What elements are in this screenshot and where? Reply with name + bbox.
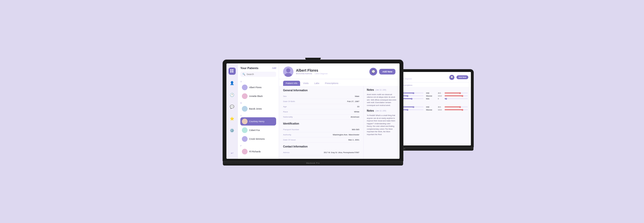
pro-avatar-fil (242, 149, 248, 154)
pro-contact-title: Contact Information (283, 145, 359, 148)
pro-content-panels: General Information Sex Male Date Of Bir… (279, 86, 400, 159)
pro-panel-add[interactable]: Add (272, 67, 276, 69)
pro-alpha-b: B (240, 102, 276, 104)
pro-note-title-1: Notes (367, 88, 374, 91)
pro-general-info-title: General Information (283, 89, 359, 92)
pro-app-ui: 👤 🕐 💬 ⭐ ⚙️ ↩ Your Patients Add (226, 63, 400, 159)
pro-patient-avatar-svg (283, 67, 293, 77)
back-lab-glucose-fill-2 (445, 109, 462, 110)
pro-notch (305, 58, 321, 60)
pro-note-text-1: Amet minim mollit non deserunt ullamco e… (367, 93, 396, 107)
pro-btn-msg[interactable]: 💬 (369, 68, 377, 76)
pro-tab-visits[interactable]: Visits (301, 81, 311, 86)
back-lab-calcium-bar-2 (400, 106, 423, 107)
pro-note-text-2: Yo Reddit! What's a small thing that any… (367, 114, 396, 136)
back-lab-imm-label: Imm. (426, 98, 436, 100)
back-lab-glucose-bar (445, 95, 468, 96)
pro-tab-prescriptions[interactable]: Prescriptions (322, 81, 341, 86)
back-lab-glucose-value-2: 113.2 (438, 109, 443, 111)
pro-tab-patient-info[interactable]: Patient Info (283, 81, 300, 86)
pro-tabs-bar: Patient Info Visits Labs Prescriptions (279, 79, 400, 86)
svg-rect-7 (232, 71, 233, 72)
pro-sidebar-icons: 👤 🕐 💬 ⭐ ⚙️ ↩ (226, 63, 238, 159)
pro-note-date-2: (Jan 12, 220) (376, 110, 386, 112)
pro-icon-clock[interactable]: 🕐 (228, 91, 236, 98)
back-lab-imm-bar (445, 98, 468, 99)
pro-patient-bacob[interactable]: Bacob Jones (240, 105, 276, 113)
pro-panel-header: Your Patients Add (240, 67, 276, 70)
svg-point-9 (285, 73, 292, 77)
pro-value-nationality: American (351, 116, 359, 118)
pro-search-icon: 🔍 (242, 73, 245, 76)
back-lab-col-right-2: CO2 26.5 (426, 106, 468, 112)
pro-avatar-albert (242, 85, 248, 90)
back-btn-add-new[interactable]: Add New (456, 75, 468, 79)
pro-label-address: Adress (283, 151, 290, 154)
pro-note-date-1: (Jan 12, 220) (376, 89, 386, 91)
pro-patient-name-fil: Fil Richards (249, 150, 261, 153)
pro-patient-albert[interactable]: Albert Flores (240, 83, 276, 92)
pro-row-address: Adress 3517 W. Gray St. Utica, Pennsylva… (283, 150, 359, 155)
pro-value-doi: Mar 2, 2001 (348, 139, 359, 141)
pro-diagnosis-text: Bronchial Asthma (296, 72, 312, 75)
pro-row-nationality: Nationality American (283, 114, 359, 120)
pro-patient-header: Albert Flores Bronchial Asthma · Latest … (279, 63, 400, 79)
back-lab-glucose-dot-2 (462, 109, 463, 111)
laptop-pro: 👤 🕐 💬 ⭐ ⚙️ ↩ Your Patients Add (223, 58, 403, 166)
pro-icon-logout[interactable]: ↩ (228, 150, 236, 157)
back-lab-co2-dot (459, 92, 461, 94)
back-lab-row-imm: Imm. 0 (426, 98, 468, 100)
back-lab-calcium-dot-2 (413, 106, 414, 108)
pro-patient-courtney[interactable]: Courtney Henry (240, 117, 276, 126)
back-lab-imm-dot (445, 98, 447, 100)
pro-btn-add-new[interactable]: Add New (379, 69, 395, 75)
pro-icon-grid[interactable] (228, 68, 236, 75)
pro-patient-crook[interactable]: Crook Simmons (240, 135, 276, 143)
pro-patient-diagnosis: Bronchial Asthma · Latest Diagnose (296, 72, 328, 75)
pro-avatar-annette (242, 93, 248, 99)
pro-value-address: 3517 W. Gray St. Utica, Pennsylvania 578… (324, 152, 359, 153)
pro-label-nationality: Nationality (283, 116, 293, 118)
back-lab-calcium-bar (400, 93, 423, 93)
pro-info-panel: General Information Sex Male Date Of Bir… (279, 86, 363, 159)
back-lab-co2-value-2: 26.5 (438, 106, 443, 108)
back-lab-creatinine-dot (407, 95, 408, 97)
pro-patient-cobert[interactable]: Cobert Fox (240, 126, 276, 134)
pro-row-race: Race White (283, 109, 359, 114)
pro-tab-labs[interactable]: Labs (312, 81, 322, 86)
pro-alpha-a: A (240, 80, 276, 83)
pro-row-passport: Passport Number 969-565 (283, 127, 359, 132)
pro-icon-star[interactable]: ⭐ (228, 115, 236, 122)
pro-note-header-2: Notes (Jan 12, 220) (367, 109, 396, 112)
pro-patient-annette[interactable]: Annette Black (240, 92, 276, 100)
back-lab-hemogi-dot (411, 98, 412, 100)
pro-alpha-f: F (240, 145, 276, 147)
back-lab-glucose-value: 113.2 (438, 95, 443, 97)
pro-patient-fil[interactable]: Fil Richards (240, 147, 276, 156)
pro-icon-settings[interactable]: ⚙️ (228, 127, 236, 134)
back-btn-msg[interactable]: 💬 (449, 75, 454, 80)
pro-value-race: White (354, 111, 359, 113)
pro-screen-bezel: 👤 🕐 💬 ⭐ ⚙️ ↩ Your Patients Add (223, 60, 403, 161)
pro-search-input[interactable] (247, 73, 274, 76)
pro-row-doi: Date Of Issue Mar 2, 2001 (283, 137, 359, 143)
back-lab-co2-label: CO2 (426, 92, 436, 94)
pro-patient-name-albert: Albert Flores (249, 86, 261, 89)
back-lab-row-glucose: Glucose 113.2 (426, 95, 468, 97)
pro-icon-user[interactable]: 👤 (228, 79, 236, 87)
svg-rect-6 (230, 71, 232, 72)
pro-base: Macbook Pro (223, 161, 403, 166)
pro-patient-info: Albert Flores Bronchial Asthma · Latest … (283, 67, 328, 77)
pro-avatar-bacob (242, 106, 248, 112)
back-lab-glucose-label-2: Glucose (426, 109, 436, 111)
pro-avatar-crook (242, 136, 248, 142)
back-lab-col-right: CO2 26.5 (426, 92, 468, 101)
back-lab-row-co2-2: CO2 26.5 (426, 106, 468, 108)
pro-icon-chat[interactable]: 💬 (228, 103, 236, 110)
pro-patient-name-courtney: Courtney Henry (249, 120, 265, 123)
pro-value-passport: 969-565 (352, 128, 359, 131)
pro-base-label: Macbook Pro (306, 162, 320, 164)
pro-label-authority: Authority (283, 134, 291, 136)
pro-patient-details: Albert Flores Bronchial Asthma · Latest … (296, 68, 328, 75)
pro-alpha-c: C (240, 114, 276, 117)
